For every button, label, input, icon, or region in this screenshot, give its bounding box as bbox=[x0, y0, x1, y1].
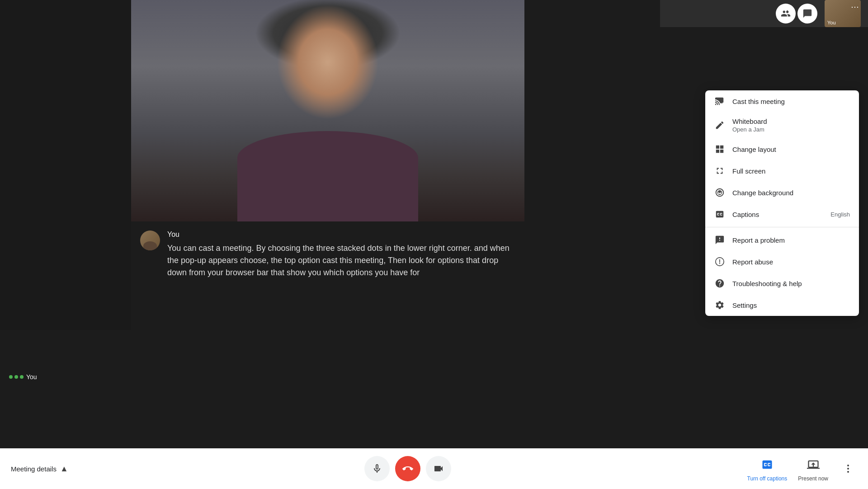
whiteboard-text-wrapper: Whiteboard Open a Jam bbox=[732, 118, 767, 133]
whiteboard-icon bbox=[714, 120, 725, 131]
menu-item-report-abuse[interactable]: Report abuse bbox=[705, 251, 859, 273]
end-call-icon bbox=[402, 463, 413, 474]
captions-toggle-label: Turn off captions bbox=[747, 475, 788, 482]
meeting-details[interactable]: Meeting details ▲ bbox=[11, 464, 68, 474]
menu-item-captions[interactable]: Captions English bbox=[705, 203, 859, 225]
you-text-left: You bbox=[26, 373, 37, 381]
whiteboard-label: Whiteboard bbox=[732, 118, 767, 125]
you-thumbnail-container: You ⋯ bbox=[825, 0, 861, 27]
captions-badge: English bbox=[830, 211, 850, 218]
dot-2 bbox=[14, 375, 18, 379]
you-thumbnail-label: You bbox=[827, 20, 836, 25]
report-abuse-icon bbox=[714, 256, 725, 267]
settings-icon bbox=[714, 300, 725, 310]
troubleshooting-icon bbox=[714, 278, 725, 289]
bottom-controls bbox=[68, 456, 747, 481]
people-tab-button[interactable]: 1 bbox=[776, 4, 796, 24]
menu-item-whiteboard[interactable]: Whiteboard Open a Jam bbox=[705, 112, 859, 138]
caption-area: You You can cast a meeting. By choosing … bbox=[131, 221, 524, 330]
chevron-up-icon: ▲ bbox=[60, 464, 68, 474]
camera-button[interactable] bbox=[426, 456, 451, 481]
background-label: Change background bbox=[732, 189, 850, 197]
dot-1 bbox=[9, 375, 13, 379]
chat-icon bbox=[802, 9, 812, 19]
svg-point-4 bbox=[847, 468, 849, 470]
avatar bbox=[140, 230, 160, 250]
left-panel bbox=[0, 0, 131, 330]
thumbnail-more-button[interactable]: ⋯ bbox=[851, 2, 859, 12]
main-video bbox=[131, 0, 524, 221]
report-abuse-label: Report abuse bbox=[732, 258, 850, 266]
chat-tab-button[interactable] bbox=[797, 4, 817, 24]
captions-toggle-button[interactable]: Turn off captions bbox=[747, 456, 788, 482]
report-problem-icon bbox=[714, 235, 725, 245]
troubleshooting-label: Troubleshooting & help bbox=[732, 280, 850, 287]
bottom-right-actions: Turn off captions Present now bbox=[747, 456, 857, 482]
dots-indicator bbox=[9, 375, 24, 379]
dot-3 bbox=[20, 375, 24, 379]
layout-icon bbox=[714, 144, 725, 155]
caption-speaker: You bbox=[167, 230, 515, 239]
menu-item-troubleshooting[interactable]: Troubleshooting & help bbox=[705, 273, 859, 294]
person-body bbox=[237, 131, 418, 221]
menu-item-settings[interactable]: Settings bbox=[705, 294, 859, 316]
caption-content: You You can cast a meeting. By choosing … bbox=[167, 230, 515, 321]
meeting-details-text: Meeting details bbox=[11, 465, 57, 473]
dropdown-menu: Cast this meeting Whiteboard Open a Jam … bbox=[705, 90, 859, 316]
caption-text: You can cast a meeting. By choosing the … bbox=[167, 242, 515, 279]
settings-label: Settings bbox=[732, 301, 850, 309]
mic-button[interactable] bbox=[364, 456, 390, 481]
menu-item-report-problem[interactable]: Report a problem bbox=[705, 229, 859, 251]
captions-label: Captions bbox=[732, 211, 823, 218]
people-icon: 1 bbox=[781, 9, 791, 19]
background-icon bbox=[714, 187, 725, 198]
you-thumbnail: You ⋯ bbox=[825, 0, 861, 27]
present-icon bbox=[804, 456, 822, 474]
svg-point-5 bbox=[847, 471, 849, 473]
svg-point-3 bbox=[847, 465, 849, 466]
captions-toggle-icon bbox=[758, 456, 776, 474]
whiteboard-sublabel: Open a Jam bbox=[732, 126, 767, 133]
top-right-tabs: 1 bbox=[776, 4, 817, 24]
menu-divider bbox=[705, 227, 859, 227]
menu-item-cast[interactable]: Cast this meeting bbox=[705, 90, 859, 112]
you-label-left: You bbox=[9, 373, 37, 381]
captions-icon bbox=[714, 209, 725, 220]
layout-label: Change layout bbox=[732, 146, 850, 153]
top-right-panel: 1 You ⋯ bbox=[660, 0, 868, 27]
menu-item-background[interactable]: Change background bbox=[705, 182, 859, 203]
present-now-button[interactable]: Present now bbox=[798, 456, 828, 482]
end-call-button[interactable] bbox=[395, 456, 420, 481]
fullscreen-icon bbox=[714, 165, 725, 176]
mic-icon bbox=[372, 463, 382, 474]
cast-label: Cast this meeting bbox=[732, 98, 850, 105]
menu-item-layout[interactable]: Change layout bbox=[705, 138, 859, 160]
fullscreen-label: Full screen bbox=[732, 167, 850, 175]
report-problem-label: Report a problem bbox=[732, 236, 850, 244]
svg-text:1: 1 bbox=[787, 9, 788, 14]
present-label: Present now bbox=[798, 475, 828, 482]
more-options-button[interactable] bbox=[839, 460, 857, 478]
camera-icon bbox=[433, 463, 444, 474]
menu-item-fullscreen[interactable]: Full screen bbox=[705, 160, 859, 182]
cast-icon bbox=[714, 96, 725, 107]
bottom-bar: Meeting details ▲ bbox=[0, 448, 868, 489]
